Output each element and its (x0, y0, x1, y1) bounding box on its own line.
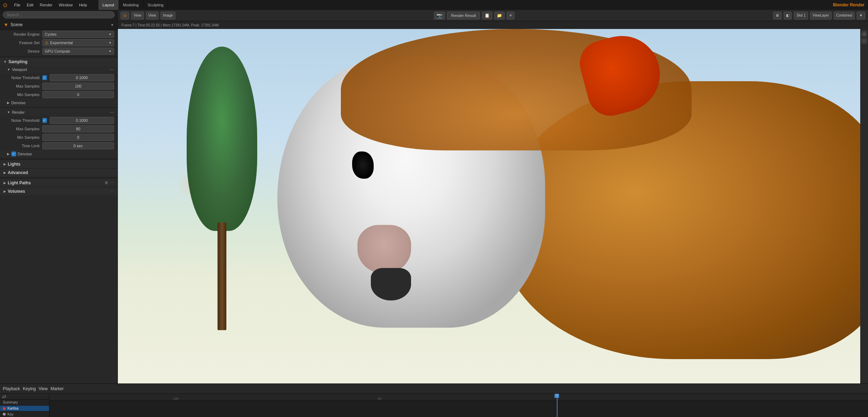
view-btn[interactable]: View (146, 12, 159, 19)
track-karitsa[interactable]: Karitsa (0, 406, 49, 412)
light-paths-section-title: Light Paths (8, 180, 31, 185)
menu-window[interactable]: Window (58, 2, 74, 8)
tab-modeling[interactable]: Modeling (119, 0, 144, 10)
render-result-bar: ⊙ View View Image 📷 Render Result 📋 📁 ✕ … (118, 10, 868, 21)
vp-max-samples-label: Max Samples (4, 84, 42, 88)
render-max-samples-field[interactable]: 80 (42, 125, 114, 132)
tab-layout[interactable]: Layout (98, 0, 119, 10)
render-scene (118, 29, 868, 383)
render-folder-btn[interactable]: 📁 (494, 12, 505, 19)
device-row: Device GPU Compute ▼ (0, 47, 117, 55)
render-close-btn[interactable]: ✕ (507, 12, 514, 19)
sampling-collapse-arrow: ▼ (4, 60, 7, 64)
render-mode-btn[interactable]: ⊙ (121, 12, 129, 19)
camera-btn[interactable]: 📷 (434, 12, 445, 19)
timeline-toolbar: Playback Keying View Marker (0, 384, 868, 394)
playback-menu[interactable]: Playback (3, 386, 20, 391)
track-summary[interactable]: Summary (0, 400, 49, 406)
light-paths-dots-icon[interactable]: ⋯ (110, 180, 114, 185)
render-engine-dropdown[interactable]: Cycles ▼ (42, 31, 114, 38)
light-paths-arrow: ▶ (4, 181, 6, 185)
vp-noise-threshold-field[interactable]: 0.1000 (50, 74, 114, 81)
nav-icon-1[interactable]: ⊡ (861, 31, 867, 37)
feature-set-dropdown[interactable]: ⚠ Experimental ▼ (42, 39, 114, 46)
combined-btn[interactable]: Combined (834, 12, 855, 19)
marker-menu[interactable]: Marker (50, 386, 64, 391)
slot-btn[interactable]: Slot 1 (794, 12, 808, 19)
timeline-tracks[interactable]: -100 -50 7 (49, 394, 868, 417)
keying-menu[interactable]: Keying (23, 386, 36, 391)
render-noise-threshold-checkbox[interactable] (42, 118, 47, 123)
vp-min-samples-field[interactable]: 0 (42, 91, 114, 98)
sheep-eye (352, 151, 374, 179)
track-key-label: Key (7, 412, 13, 416)
render-display-btn[interactable]: 🖥 (773, 12, 782, 19)
timeline-ruler: -100 -50 (49, 394, 868, 401)
vp-max-samples-field[interactable]: 100 (42, 83, 114, 90)
sheep-mouth (371, 268, 411, 300)
vp-noise-threshold-checkbox[interactable] (42, 75, 47, 80)
channel-options-btn[interactable]: ▼ (857, 12, 865, 19)
search-input[interactable] (3, 11, 115, 18)
render-min-samples-field[interactable]: 0 (42, 134, 114, 141)
render-nav-right: ⊡ ○ (860, 29, 868, 383)
volumes-section-header[interactable]: ▶ Volumes ⋯ (0, 187, 117, 195)
warning-icon: ⚠ (45, 40, 49, 45)
image-btn[interactable]: Image (161, 12, 175, 19)
render-min-samples-row: Min Samples 0 (0, 133, 117, 142)
menu-render[interactable]: Render (38, 2, 54, 8)
render-time-limit-field[interactable]: 0 sec (42, 142, 114, 149)
playhead-frame-badge: 7 (555, 394, 559, 398)
view-menu[interactable]: View (38, 386, 48, 391)
ruler-mark-neg100: -100 (172, 397, 179, 400)
viewport-dots-icon[interactable]: ⋯ (110, 67, 114, 72)
render-max-samples-row: Max Samples 80 (0, 125, 117, 133)
render-time-limit-label: Time Limit (4, 144, 42, 148)
denoise-render-header[interactable]: ▶ Denoise (0, 150, 117, 158)
render-options-icons: ⋯ (110, 110, 114, 115)
denoise-vp-label: Denoise (11, 101, 25, 105)
render-min-samples-label: Min Samples (4, 135, 42, 139)
view-layer-btn[interactable]: ViewLayer (810, 12, 832, 19)
render-image-area (118, 29, 868, 383)
blender-app-label: Blender Render (833, 2, 864, 7)
light-paths-icons: ⊞ ⋯ (105, 180, 114, 185)
lights-section-header[interactable]: ▶ Lights (0, 160, 117, 168)
render-engine-label: Render Engine (4, 32, 42, 36)
lights-section-title: Lights (8, 162, 20, 167)
view-dropdown-btn[interactable]: View (131, 12, 144, 19)
scene-dropdown-arrow[interactable]: ▼ (110, 23, 114, 27)
swap-icon[interactable]: ⇄ (2, 394, 6, 399)
sampling-section-title: Sampling (8, 59, 28, 64)
light-paths-grid-icon[interactable]: ⊞ (105, 180, 108, 185)
render-status-bar: Frame:7 | Time:05:22.65 | Mem:17391.04M,… (118, 21, 868, 29)
render-layers-btn[interactable]: ◧ (784, 12, 792, 19)
denoise-render-arrow: ▶ (7, 152, 10, 156)
viewport-subsection-header[interactable]: ▼ Viewport ⋯ (0, 66, 117, 73)
track-key[interactable]: Key (0, 411, 49, 417)
sampling-section-header[interactable]: ▼ Sampling (0, 57, 117, 66)
render-subsection-header[interactable]: ▼ Render ⋯ (0, 108, 117, 116)
volumes-dots-icon[interactable]: ⋯ (110, 189, 114, 193)
render-dots-icon[interactable]: ⋯ (110, 110, 114, 115)
menu-file[interactable]: File (13, 2, 22, 8)
render-noise-threshold-field[interactable]: 0.1000 (50, 117, 114, 124)
blender-logo-icon: ⊙ (0, 0, 10, 10)
workspace-tabs: Layout Modeling Sculpting (98, 0, 168, 10)
render-save-icon-btn[interactable]: 📋 (482, 12, 492, 19)
track-karitsa-dot (3, 407, 6, 410)
viewport-subsection-title: Viewport (12, 67, 27, 72)
volumes-arrow: ▶ (4, 190, 6, 193)
nav-icon-2[interactable]: ○ (861, 38, 867, 44)
denoise-render-checkbox[interactable] (11, 151, 16, 156)
device-dropdown[interactable]: GPU Compute ▼ (42, 48, 114, 55)
scene-header: ▼ Scene ▼ (0, 20, 117, 30)
light-paths-section-header[interactable]: ▶ Light Paths ⊞ ⋯ (0, 178, 117, 187)
tab-sculpting[interactable]: Sculpting (143, 0, 168, 10)
menu-help[interactable]: Help (78, 2, 89, 8)
timeline-playhead[interactable]: 7 (557, 394, 557, 417)
render-engine-value: Cycles (45, 32, 56, 36)
denoise-viewport-header[interactable]: ▶ Denoise (0, 99, 117, 107)
advanced-section-header[interactable]: ▶ Advanced (0, 168, 117, 177)
menu-edit[interactable]: Edit (25, 2, 35, 8)
